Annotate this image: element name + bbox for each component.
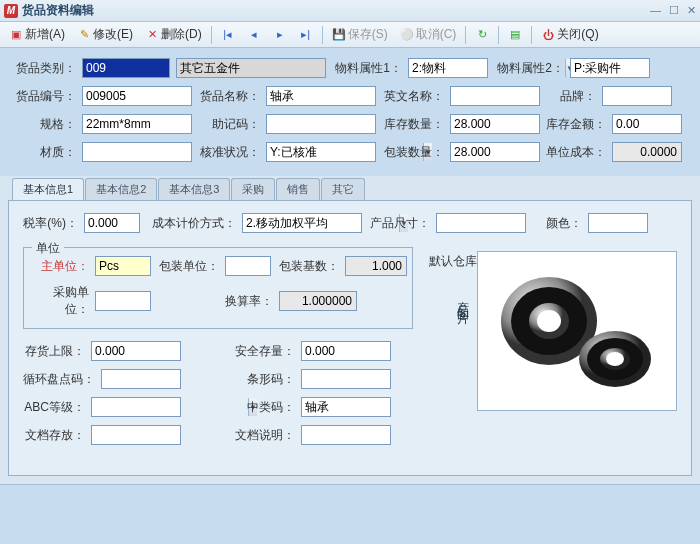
last-button[interactable]: ▸| [294, 25, 318, 45]
code-input[interactable] [82, 86, 192, 106]
cycle-label: 循环盘点码： [23, 371, 95, 388]
first-icon: |◂ [221, 28, 235, 42]
safestock-input[interactable] [301, 341, 391, 361]
product-image[interactable] [477, 251, 677, 411]
tab-sales[interactable]: 销售 [276, 178, 320, 200]
tab-purchase[interactable]: 采购 [231, 178, 275, 200]
export-button[interactable]: ▤ [503, 25, 527, 45]
unit-fieldset: 单位 主单位： 包装单位： 包装基数： 采购单位： 换算率： [23, 247, 413, 329]
product-image-label: 产品图片 [454, 291, 471, 307]
close-button[interactable]: ⏻关闭(Q) [536, 23, 603, 46]
edit-button[interactable]: ✎修改(E) [72, 23, 138, 46]
last-icon: ▸| [299, 28, 313, 42]
abc-select[interactable]: ▼ [91, 397, 181, 417]
abc-label: ABC等级： [23, 399, 85, 416]
archive-input[interactable] [91, 425, 181, 445]
cancel-icon: ⚪ [400, 28, 414, 42]
first-button[interactable]: |◂ [216, 25, 240, 45]
unitcost-input [612, 142, 682, 162]
attr1-label: 物料属性1： [332, 60, 402, 77]
svg-point-3 [537, 310, 561, 332]
stocklimit-label: 存货上限： [23, 343, 85, 360]
color-label: 颜色： [532, 215, 582, 232]
barcode-label: 条形码： [233, 371, 295, 388]
enname-label: 英文名称： [382, 88, 444, 105]
code-label: 货品编号： [14, 88, 76, 105]
save-button[interactable]: 💾保存(S) [327, 23, 393, 46]
approve-label: 核准状况： [198, 144, 260, 161]
approve-select[interactable]: ▼ [266, 142, 376, 162]
maximize-icon[interactable]: ☐ [669, 4, 679, 17]
stockqty-label: 库存数量： [382, 116, 444, 133]
size-label: 产品尺寸： [368, 215, 430, 232]
cycle-input[interactable] [101, 369, 181, 389]
brand-input[interactable] [602, 86, 672, 106]
packbase-label: 包装基数： [277, 258, 339, 275]
name-input[interactable] [266, 86, 376, 106]
tab-other[interactable]: 其它 [321, 178, 365, 200]
midcat-input[interactable] [301, 397, 391, 417]
tax-label: 税率(%)： [23, 215, 78, 232]
spec-input[interactable] [82, 114, 192, 134]
unit-legend: 单位 [32, 240, 64, 257]
mnemonic-input[interactable] [266, 114, 376, 134]
costmethod-select[interactable]: ▼ [242, 213, 362, 233]
midcat-label: 中类码： [233, 399, 295, 416]
color-input[interactable] [588, 213, 648, 233]
spec-label: 规格： [14, 116, 76, 133]
docdesc-input[interactable] [301, 425, 391, 445]
docdesc-label: 文档说明： [233, 427, 295, 444]
next-icon: ▸ [273, 28, 287, 42]
packunit-label: 包装单位： [157, 258, 219, 275]
brand-label: 品牌： [546, 88, 596, 105]
tab-basic1[interactable]: 基本信息1 [12, 178, 84, 200]
add-button[interactable]: ▣新增(A) [4, 23, 70, 46]
mainunit-input[interactable] [95, 256, 151, 276]
size-input[interactable] [436, 213, 526, 233]
attr1-select[interactable]: ▼ [408, 58, 488, 78]
tab-basic3[interactable]: 基本信息3 [158, 178, 230, 200]
tab-strip: 基本信息1 基本信息2 基本信息3 采购 销售 其它 [0, 178, 700, 200]
delete-icon: ✕ [145, 28, 159, 42]
name-label: 货品名称： [198, 88, 260, 105]
cancel-button[interactable]: ⚪取消(C) [395, 23, 462, 46]
window-title: 货品资料编辑 [22, 2, 94, 19]
save-icon: 💾 [332, 28, 346, 42]
costmethod-label: 成本计价方式： [146, 215, 236, 232]
archive-label: 文档存放： [23, 427, 85, 444]
mainunit-label: 主单位： [34, 258, 89, 275]
barcode-input[interactable] [301, 369, 391, 389]
header-form: 货品类别： 物料属性1： ▼ 物料属性2： ▼ 货品编号： 货品名称： 英文名称… [0, 48, 700, 176]
rate-label: 换算率： [223, 293, 273, 310]
app-icon: M [4, 4, 18, 18]
mnemonic-label: 助记码： [198, 116, 260, 133]
delete-button[interactable]: ✕删除(D) [140, 23, 207, 46]
unitcost-label: 单位成本： [546, 144, 606, 161]
attr2-select[interactable]: ▼ [570, 58, 650, 78]
material-label: 材质： [14, 144, 76, 161]
packqty-input [450, 142, 540, 162]
material-input[interactable] [82, 142, 192, 162]
packunit-input[interactable] [225, 256, 271, 276]
category-input[interactable] [82, 58, 170, 78]
stocklimit-input[interactable] [91, 341, 181, 361]
category-label: 货品类别： [14, 60, 76, 77]
purchaseunit-label: 采购单位： [34, 284, 89, 318]
footer [0, 484, 700, 544]
stockamt-label: 库存金额： [546, 116, 606, 133]
tab-basic2[interactable]: 基本信息2 [85, 178, 157, 200]
title-bar: M 货品资料编辑 — ☐ ✕ [0, 0, 700, 22]
close-icon[interactable]: ✕ [687, 4, 696, 17]
category-name [176, 58, 326, 78]
prev-button[interactable]: ◂ [242, 25, 266, 45]
add-icon: ▣ [9, 28, 23, 42]
safestock-label: 安全存量： [233, 343, 295, 360]
tab-body: 税率(%)： 成本计价方式： ▼ 产品尺寸： 颜色： 单位 主单位： 包装单位：… [8, 200, 692, 476]
minimize-icon[interactable]: — [650, 4, 661, 17]
attr2-label: 物料属性2： [494, 60, 564, 77]
tax-input[interactable] [84, 213, 140, 233]
enname-input[interactable] [450, 86, 540, 106]
refresh-button[interactable]: ↻ [470, 25, 494, 45]
purchaseunit-input[interactable] [95, 291, 151, 311]
next-button[interactable]: ▸ [268, 25, 292, 45]
